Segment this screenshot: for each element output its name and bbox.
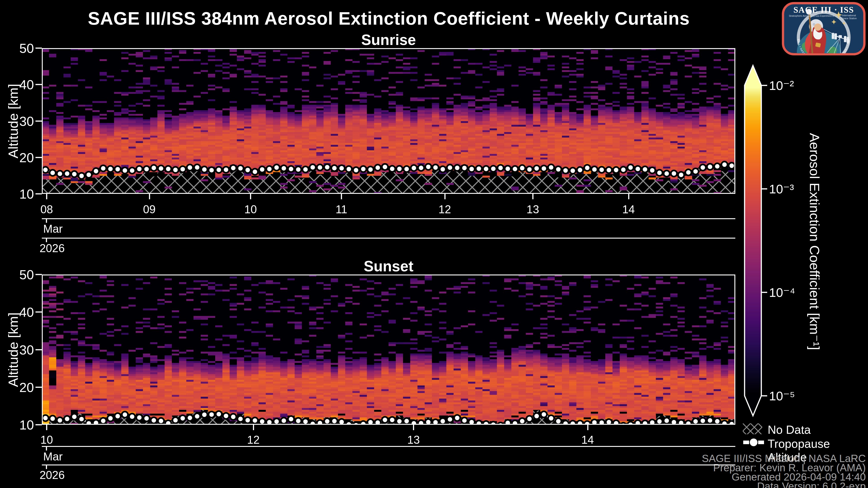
tropopause-dot bbox=[295, 418, 301, 424]
tropopause-dot bbox=[324, 418, 330, 424]
tropopause-dot bbox=[613, 167, 619, 173]
panel-overlay bbox=[42, 48, 735, 194]
tropopause-dot bbox=[115, 413, 121, 419]
x-tick bbox=[413, 425, 414, 430]
tropopause-dot bbox=[100, 165, 106, 171]
figure-title: SAGE III/ISS 384nm Aerosol Extinction Co… bbox=[0, 8, 778, 29]
tropopause-dot bbox=[396, 166, 402, 172]
tropopause-dot bbox=[440, 418, 446, 424]
year-axis-label: 2026 bbox=[39, 242, 65, 255]
y-tick bbox=[35, 274, 42, 275]
tropopause-dot bbox=[461, 165, 467, 171]
tropopause-dot bbox=[237, 165, 243, 171]
tropopause-dot bbox=[454, 165, 460, 171]
x-tick bbox=[587, 425, 588, 430]
tropopause-dot bbox=[274, 418, 280, 424]
tropopause-dot bbox=[707, 418, 713, 424]
tropopause-dot bbox=[259, 418, 265, 424]
tropopause-dot bbox=[303, 166, 309, 173]
tropopause-dot bbox=[158, 165, 164, 171]
y-tick bbox=[35, 424, 42, 425]
legend-no-data-label: No Data bbox=[768, 423, 811, 436]
year-axis-tick bbox=[46, 464, 47, 469]
y-tick bbox=[35, 84, 42, 85]
tropopause-dot bbox=[483, 166, 489, 172]
tropopause-dot bbox=[245, 167, 251, 173]
tropopause-dot bbox=[534, 413, 540, 419]
tropopause-dot bbox=[202, 166, 208, 173]
tropopause-dot bbox=[418, 165, 424, 171]
x-tick-label: 14 bbox=[581, 433, 594, 447]
tropopause-dot bbox=[548, 415, 554, 421]
x-tick bbox=[628, 194, 629, 199]
tropopause-dot bbox=[245, 417, 251, 423]
y-tick bbox=[35, 157, 42, 158]
tropopause-dot bbox=[173, 167, 179, 173]
tropopause-dot bbox=[541, 412, 547, 418]
tropopause-dot bbox=[555, 166, 561, 172]
x-tick-label: 14 bbox=[622, 203, 635, 216]
y-tick-label: 40 bbox=[0, 304, 34, 320]
tropopause-dot bbox=[86, 172, 92, 178]
tropopause-dot bbox=[692, 168, 699, 174]
month-axis-label: Mar bbox=[43, 222, 63, 235]
y-tick bbox=[35, 193, 42, 195]
tropopause-dot bbox=[526, 166, 532, 172]
tropopause-dot bbox=[360, 166, 366, 172]
x-tick bbox=[341, 194, 342, 199]
tropopause-dot bbox=[700, 418, 706, 424]
credit-version: Data Version: 6.0.2-exp bbox=[757, 480, 866, 488]
panel-title-sunrise: Sunrise bbox=[42, 31, 735, 48]
tropopause-dot bbox=[151, 417, 157, 423]
tropopause-dot bbox=[729, 163, 735, 169]
tropopause-dot bbox=[107, 166, 114, 172]
tropopause-dot bbox=[721, 162, 727, 168]
tropopause-dot bbox=[584, 165, 590, 171]
tropopause-dot bbox=[230, 414, 236, 420]
tropopause-dot bbox=[42, 167, 49, 173]
tropopause-dot bbox=[122, 167, 128, 173]
patch-subtitle-right1: International bbox=[842, 14, 856, 17]
tropopause-dot bbox=[678, 172, 684, 178]
panel-overlay bbox=[42, 274, 735, 425]
tropopause-dot bbox=[519, 165, 525, 171]
tropopause-dot bbox=[389, 417, 395, 423]
tropopause-dot bbox=[187, 415, 193, 421]
tropopause-dot bbox=[57, 417, 63, 423]
colorbar-tick-label: 10⁻⁴ bbox=[769, 285, 795, 300]
y-tick bbox=[35, 387, 42, 388]
tropopause-dot bbox=[79, 416, 85, 422]
y-tick bbox=[35, 48, 42, 49]
figure: SAGE III/ISS 384nm Aerosol Extinction Co… bbox=[0, 0, 868, 488]
tropopause-dot bbox=[64, 416, 70, 422]
tropopause-dot bbox=[281, 418, 287, 424]
tropopause-dot bbox=[656, 170, 662, 176]
tropopause-dot bbox=[563, 167, 569, 173]
tropopause-dot bbox=[180, 166, 186, 172]
x-tick bbox=[444, 194, 445, 199]
tropopause-dot bbox=[194, 164, 200, 170]
year-axis-line bbox=[42, 238, 735, 238]
x-tick-label: 11 bbox=[336, 203, 347, 216]
month-axis-label: Mar bbox=[43, 450, 63, 463]
month-axis-tick bbox=[46, 218, 47, 223]
tropopause-dot bbox=[288, 166, 294, 172]
tropopause-dot bbox=[216, 167, 222, 173]
tropopause-dot bbox=[187, 164, 193, 170]
tropopause-dot bbox=[259, 166, 265, 173]
tropopause-dot bbox=[548, 164, 554, 170]
tropopause-dot bbox=[512, 166, 518, 172]
y-tick-label: 10 bbox=[0, 186, 34, 201]
tropopause-dot bbox=[382, 417, 388, 423]
tropopause-dot bbox=[569, 168, 576, 174]
tropopause-dot bbox=[664, 170, 670, 177]
tropopause-dot bbox=[440, 166, 446, 172]
colorbar-axis-title: Aerosol Extinction Coefficient [km⁻¹] bbox=[807, 133, 823, 350]
panel-title-sunset: Sunset bbox=[42, 258, 735, 275]
tropopause-dot bbox=[389, 166, 395, 172]
tropopause-dot bbox=[627, 164, 633, 170]
tropopause-dot bbox=[223, 413, 229, 419]
patch-subtitle-left: Stratospheric Aerosol and Gas Experiment… bbox=[789, 15, 834, 17]
tropopause-dot bbox=[469, 166, 475, 172]
tropopause-dot bbox=[216, 411, 222, 417]
